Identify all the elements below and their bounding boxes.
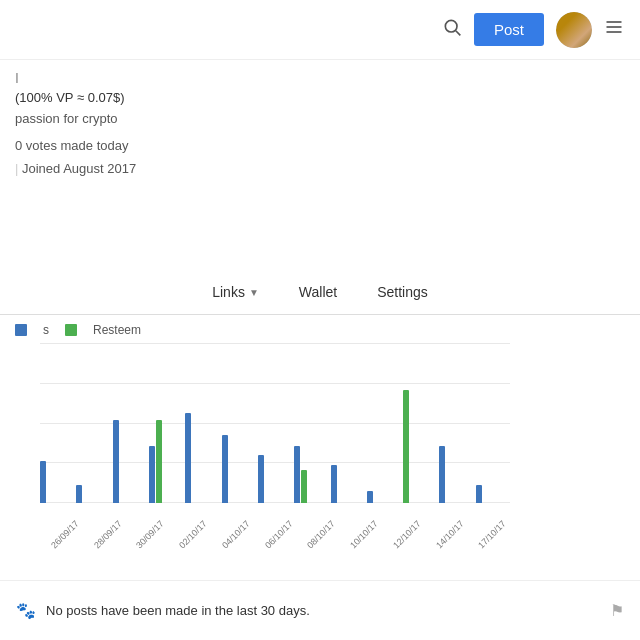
tab-settings[interactable]: Settings [373,276,432,308]
x-label: 26/09/17 [46,516,85,555]
posts-legend-dot [15,324,27,336]
links-label: Links [212,284,245,300]
bar-blue [185,413,191,503]
bar-group [403,390,437,503]
chart-x-labels: 26/09/1728/09/1730/09/1702/10/1704/10/17… [40,503,510,543]
bar-group [222,435,256,503]
avatar-image [556,12,592,48]
x-label: 30/09/17 [132,516,171,555]
bar-group [40,461,74,503]
x-label: 17/10/17 [474,516,513,555]
bar-green [156,420,162,503]
bar-green [403,390,409,503]
bar-blue [331,465,337,503]
x-label: 12/10/17 [388,516,427,555]
svg-point-0 [445,20,457,32]
paw-icon: 🐾 [16,601,36,620]
x-label: 28/09/17 [89,516,128,555]
bar-chart: 26/09/1728/09/1730/09/1702/10/1704/10/17… [10,343,510,543]
tab-wallet[interactable]: Wallet [295,276,341,308]
bar-blue [222,435,228,503]
x-label: 04/10/17 [217,516,256,555]
x-label: 02/10/17 [174,516,213,555]
bio-text: passion for crypto [15,111,235,126]
bar-blue [40,461,46,503]
tab-links[interactable]: Links ▼ [208,276,263,308]
bar-blue [149,446,155,503]
join-date: Joined August 2017 [15,161,235,176]
flag-icon[interactable]: ⚑ [610,601,624,620]
bar-group [439,446,473,503]
avatar[interactable] [556,12,592,48]
bar-group [149,420,183,503]
menu-icon[interactable] [604,17,624,42]
footer-section: 🐾 No posts have been made in the last 30… [0,580,640,640]
chart-bars [40,343,510,503]
wallet-label: Wallet [299,284,337,300]
resteem-legend-label: Resteem [93,323,141,337]
voting-power: (100% VP ≈ 0.07$) [15,90,235,105]
posts-legend-label: s [43,323,49,337]
resteem-legend-dot [65,324,77,336]
chevron-down-icon: ▼ [249,287,259,298]
cursor-indicator: I [15,70,235,86]
bar-group [76,485,110,503]
settings-label: Settings [377,284,428,300]
bar-blue [367,491,373,503]
svg-line-1 [456,31,461,36]
bar-blue [476,485,482,503]
footer-text: No posts have been made in the last 30 d… [46,603,310,618]
bar-group [294,446,328,503]
bar-blue [258,455,264,503]
chart-section: s Resteem 26/09/1728/09/1730/09/1702/10/… [0,315,520,580]
bar-blue [113,420,119,503]
chart-legend: s Resteem [10,323,510,337]
bar-group [185,413,219,503]
search-icon[interactable] [442,17,462,42]
nav-tabs: Links ▼ Wallet Settings [0,270,640,315]
profile-info: I (100% VP ≈ 0.07$) passion for crypto 0… [0,60,250,186]
x-label: 10/10/17 [345,516,384,555]
bar-group [367,491,401,503]
bar-group [331,465,365,503]
bar-blue [294,446,300,503]
x-label: 06/10/17 [260,516,299,555]
bar-group [113,420,147,503]
bar-group [476,485,510,503]
bar-blue [76,485,82,503]
x-label: 08/10/17 [303,516,342,555]
header: Post [0,0,640,60]
bar-green [301,470,307,503]
bar-group [258,455,292,503]
x-label: 14/10/17 [431,516,470,555]
bar-blue [439,446,445,503]
post-button[interactable]: Post [474,13,544,46]
votes-today: 0 votes made today [15,138,235,153]
